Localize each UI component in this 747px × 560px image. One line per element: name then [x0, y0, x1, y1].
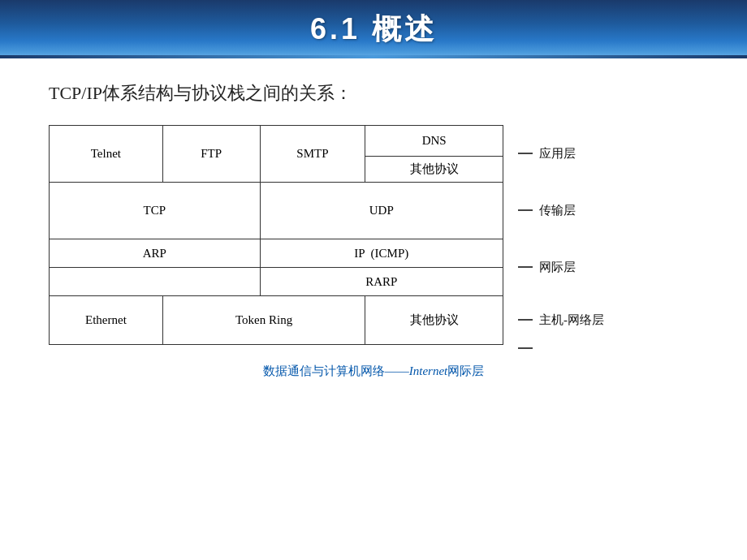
cell-other-protocols-app: 其他协议 — [365, 157, 503, 183]
cell-ftp: FTP — [162, 126, 260, 183]
cell-telnet: Telnet — [50, 126, 163, 183]
cell-dns: DNS — [365, 126, 503, 157]
slide: 6.1 概述 TCP/IP体系结构与协议栈之间的关系： Telnet FTP S… — [0, 0, 747, 560]
label-transport-layer: 传输层 — [518, 182, 604, 239]
dash-network — [518, 266, 533, 268]
cell-arp-label — [50, 268, 261, 296]
label-app-layer: 应用层 — [518, 125, 604, 182]
cell-smtp: SMTP — [260, 126, 365, 183]
slide-title: 6.1 概述 — [310, 10, 437, 50]
label-network-text: 网际层 — [539, 260, 576, 275]
cell-arp: ARP — [50, 239, 261, 268]
cell-other-protocols-link: 其他协议 — [365, 296, 503, 345]
slide-content: TCP/IP体系结构与协议栈之间的关系： Telnet FTP SMTP DNS… — [0, 58, 747, 560]
cell-ip-icmp: IP (ICMP) — [260, 239, 503, 268]
table-row-transport: TCP UDP — [50, 183, 503, 239]
dash-transport — [518, 209, 533, 211]
footer-text: 数据通信与计算机网络——Internet网际层 — [49, 364, 698, 379]
dash-app — [518, 153, 533, 154]
table-row-network-bottom: RARP — [50, 268, 503, 296]
label-network-layer: 网际层 — [518, 239, 604, 295]
label-app-text: 应用层 — [539, 146, 576, 162]
footer-cn: 数据通信与计算机网络—— — [263, 364, 409, 377]
cell-rarp: RARP — [260, 268, 503, 296]
label-transport-text: 传输层 — [539, 203, 576, 218]
label-link-text: 主机-网络层 — [539, 312, 604, 328]
table-row-network: ARP IP (ICMP) — [50, 239, 503, 268]
content-subtitle: TCP/IP体系结构与协议栈之间的关系： — [49, 81, 698, 106]
label-bottom-dash — [518, 344, 604, 352]
cell-udp: UDP — [260, 183, 503, 239]
label-link-layer: 主机-网络层 — [518, 295, 604, 344]
table-row-link: Ethernet Token Ring 其他协议 — [50, 296, 503, 345]
dash-link — [518, 319, 533, 321]
slide-header: 6.1 概述 — [0, 0, 747, 58]
footer-en: Internet — [409, 364, 447, 377]
cell-tcp: TCP — [50, 183, 261, 239]
diagram-area: Telnet FTP SMTP DNS 其他协议 TCP UDP ARP IP … — [49, 125, 698, 352]
protocol-table: Telnet FTP SMTP DNS 其他协议 TCP UDP ARP IP … — [49, 125, 503, 345]
layer-labels: 应用层 传输层 网际层 主机-网络层 — [518, 125, 604, 352]
cell-token-ring: Token Ring — [162, 296, 365, 345]
cell-ethernet: Ethernet — [50, 296, 163, 345]
dash-bottom — [518, 347, 533, 349]
footer-cn2: 网际层 — [447, 364, 484, 377]
table-row-app-top: Telnet FTP SMTP DNS — [50, 126, 503, 157]
